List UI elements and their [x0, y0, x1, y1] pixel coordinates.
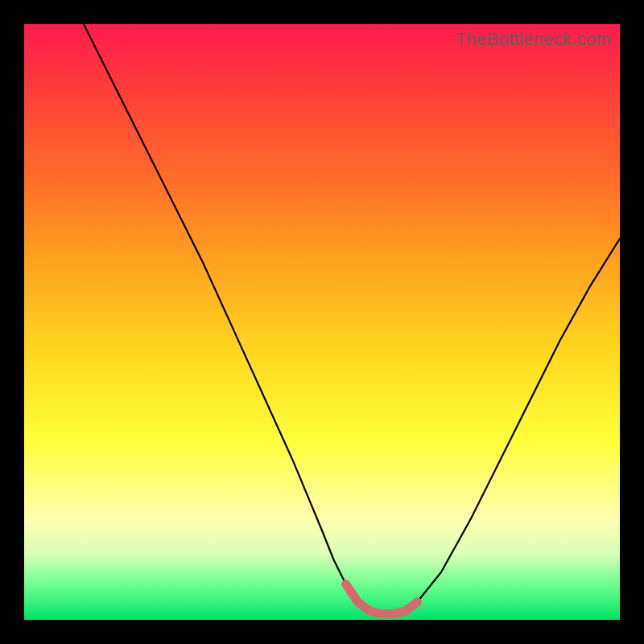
plot-area: TheBottleneck.com [24, 24, 620, 620]
sweet-spot-highlight [346, 584, 418, 614]
chart-stage: TheBottleneck.com [0, 0, 644, 644]
curve-layer [24, 24, 620, 620]
bottleneck-curve [84, 24, 620, 614]
